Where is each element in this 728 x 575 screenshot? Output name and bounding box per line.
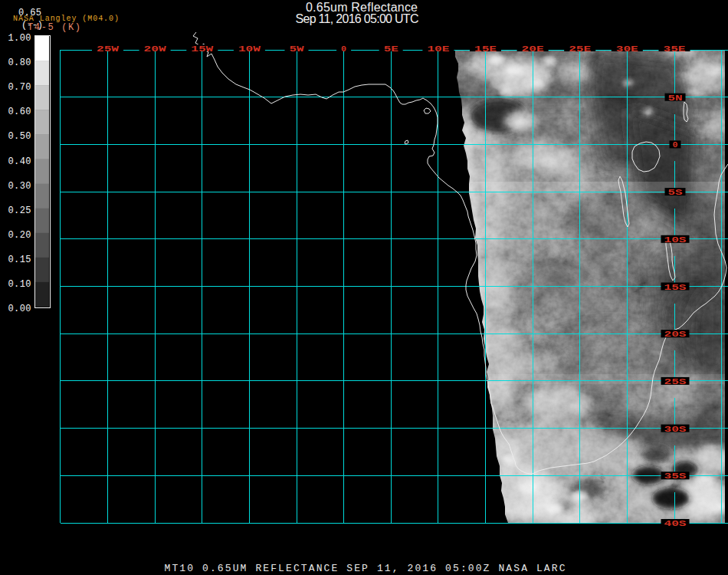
svg-text:0.20: 0.20 — [8, 230, 31, 241]
svg-text:NASA Langley (M04.0): NASA Langley (M04.0) — [13, 15, 119, 23]
svg-text:0: 0 — [341, 44, 346, 54]
svg-text:10S: 10S — [664, 235, 687, 245]
svg-text:0.25: 0.25 — [8, 205, 31, 216]
svg-text:1.00: 1.00 — [8, 33, 31, 44]
svg-text:5S: 5S — [668, 188, 684, 197]
svg-text:0.30: 0.30 — [8, 181, 31, 192]
svg-text:40S: 40S — [664, 519, 687, 528]
svg-text:25S: 25S — [664, 377, 687, 386]
svg-text:15W: 15W — [191, 44, 214, 54]
svg-text:0.70: 0.70 — [8, 82, 31, 93]
svg-text:15E: 15E — [474, 44, 497, 54]
svg-text:30E: 30E — [616, 44, 639, 54]
svg-text:0.50: 0.50 — [8, 131, 31, 142]
svg-text:0.00: 0.00 — [8, 304, 31, 314]
svg-text:15S: 15S — [664, 283, 687, 292]
svg-text:5E: 5E — [384, 44, 399, 54]
svg-text:10E: 10E — [427, 44, 450, 54]
svg-text:0.40: 0.40 — [8, 156, 31, 167]
svg-text:5N: 5N — [668, 94, 683, 103]
svg-text:0: 0 — [673, 140, 678, 150]
svg-text:0.15: 0.15 — [8, 255, 31, 265]
svg-text:20W: 20W — [144, 44, 167, 54]
svg-text:10W: 10W — [238, 44, 261, 54]
svg-text:T4-5 (K): T4-5 (K) — [28, 22, 80, 33]
svg-text:25W: 25W — [97, 44, 120, 54]
svg-text:30S: 30S — [664, 425, 687, 434]
svg-text:0.60: 0.60 — [8, 107, 31, 117]
svg-text:5W: 5W — [290, 44, 305, 54]
svg-text:20E: 20E — [522, 44, 545, 54]
svg-text:0.80: 0.80 — [8, 58, 31, 68]
svg-text:25E: 25E — [569, 44, 592, 54]
svg-text:Sep 11, 2016 05:00 UTC: Sep 11, 2016 05:00 UTC — [296, 12, 419, 25]
svg-text:0.10: 0.10 — [8, 279, 31, 290]
svg-text:35S: 35S — [664, 472, 687, 481]
svg-text:35E: 35E — [664, 44, 687, 54]
svg-text:20S: 20S — [664, 330, 687, 339]
